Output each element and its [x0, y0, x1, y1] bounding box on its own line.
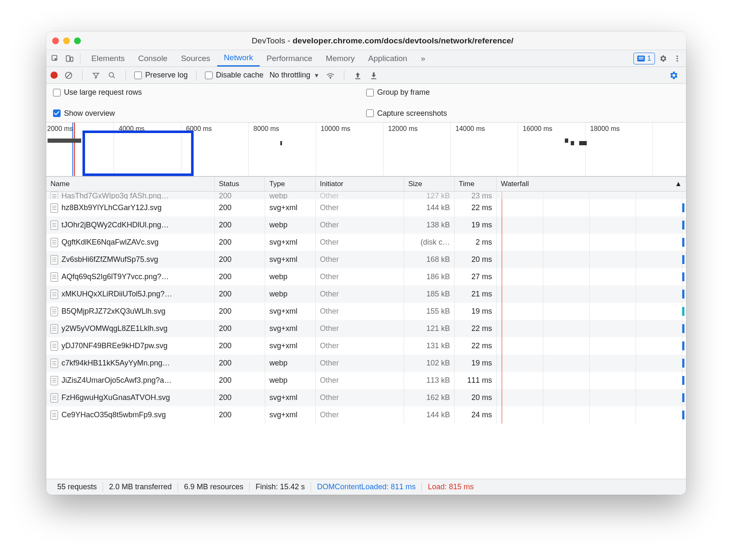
- table-row[interactable]: HasThd7GxWIpo3q fASh.png…200webpOther127…: [46, 192, 686, 199]
- show-overview-label: Show overview: [64, 109, 115, 118]
- maximize-window-button[interactable]: [74, 37, 81, 44]
- table-row[interactable]: tJOhr2jBQWy2CdKHDlUl.png…200webpOther138…: [46, 216, 686, 234]
- traffic-lights: [52, 37, 81, 44]
- table-row[interactable]: Zv6sbHi6fZfZMWufSp75.svg200svg+xmlOther1…: [46, 251, 686, 268]
- kebab-menu-icon[interactable]: [671, 52, 684, 65]
- preserve-log-checkbox[interactable]: Preserve log: [134, 71, 188, 80]
- table-row[interactable]: c7kf94kHB11kK5AyYyMn.png…200webpOther102…: [46, 355, 686, 372]
- request-name: Ce9YHacO35q8t5wbmFp9.svg: [61, 411, 166, 419]
- tab-sources[interactable]: Sources: [174, 50, 217, 67]
- table-row[interactable]: B5QMjpRJZ72xKQ3uWLlh.svg200svg+xmlOther1…: [46, 303, 686, 320]
- request-size: (disk c…: [404, 234, 455, 251]
- col-size[interactable]: Size: [404, 177, 455, 191]
- tab-application[interactable]: Application: [362, 50, 414, 67]
- request-time: 19 ms: [455, 303, 497, 320]
- request-status: 200: [215, 192, 265, 199]
- inspect-element-icon[interactable]: [49, 52, 61, 65]
- request-size: 121 kB: [404, 320, 455, 337]
- request-waterfall: [497, 355, 686, 372]
- tab-elements[interactable]: Elements: [85, 50, 131, 67]
- table-row[interactable]: FzH6gwuHgXuGnasATVOH.svg200svg+xmlOther1…: [46, 389, 686, 406]
- request-waterfall: [497, 337, 686, 355]
- request-status: 200: [215, 234, 265, 251]
- col-time[interactable]: Time: [455, 177, 497, 191]
- status-bar: 55 requests 2.0 MB transferred 6.9 MB re…: [46, 479, 686, 495]
- table-row[interactable]: Ce9YHacO35q8t5wbmFp9.svg200svg+xmlOther1…: [46, 406, 686, 424]
- more-tabs-button[interactable]: »: [414, 50, 432, 67]
- request-time: 22 ms: [455, 337, 497, 355]
- show-overview-checkbox[interactable]: Show overview: [53, 108, 366, 119]
- file-icon: [51, 341, 58, 351]
- request-time: 22 ms: [455, 199, 497, 216]
- chevron-down-icon: ▼: [314, 72, 319, 79]
- table-row[interactable]: AQfq69qS2Ig6lT9Y7vcc.png?…200webpOther18…: [46, 268, 686, 285]
- tab-performance[interactable]: Performance: [260, 50, 319, 67]
- table-row[interactable]: QgftKdlKE6NqaFwlZAVc.svg200svg+xmlOther(…: [46, 234, 686, 251]
- request-time: 21 ms: [455, 285, 497, 303]
- request-name: QgftKdlKE6NqaFwlZAVc.svg: [61, 238, 159, 247]
- request-waterfall: [497, 268, 686, 285]
- overview-timeline[interactable]: 2000 ms 4000 ms 6000 ms 8000 ms 10000 ms…: [46, 123, 686, 176]
- close-window-button[interactable]: [52, 37, 59, 44]
- table-row[interactable]: hz8BXb9YlYLhCGarY12J.svg200svg+xmlOther1…: [46, 199, 686, 216]
- request-status: 200: [215, 303, 265, 320]
- request-time: 22 ms: [455, 320, 497, 337]
- clear-icon[interactable]: [64, 70, 74, 80]
- col-initiator[interactable]: Initiator: [316, 177, 404, 191]
- minimize-window-button[interactable]: [63, 37, 70, 44]
- issues-badge[interactable]: 1: [633, 53, 655, 64]
- table-row[interactable]: yDJ70NF49BREe9kHD7pw.svg200svg+xmlOther1…: [46, 337, 686, 355]
- col-name[interactable]: Name: [46, 177, 215, 191]
- request-type: webp: [265, 285, 316, 303]
- svg-rect-1: [67, 56, 70, 61]
- disable-cache-checkbox[interactable]: Disable cache: [205, 71, 263, 80]
- divider: [196, 70, 197, 80]
- svg-point-13: [330, 77, 331, 78]
- settings-icon[interactable]: [657, 52, 669, 65]
- request-waterfall: [497, 199, 686, 216]
- load-marker: [74, 123, 75, 176]
- file-icon: [51, 238, 58, 247]
- request-initiator: Other: [316, 216, 404, 234]
- request-waterfall: [497, 389, 686, 406]
- request-table-body[interactable]: HasThd7GxWIpo3q fASh.png…200webpOther127…: [46, 192, 686, 479]
- tab-console[interactable]: Console: [131, 50, 174, 67]
- file-icon: [51, 272, 58, 282]
- col-type[interactable]: Type: [265, 177, 316, 191]
- request-initiator: Other: [316, 355, 404, 372]
- table-row[interactable]: y2W5yVOMWqgL8ZE1Lklh.svg200svg+xmlOther1…: [46, 320, 686, 337]
- request-name: HasThd7GxWIpo3q fASh.png…: [61, 192, 169, 199]
- devtools-tabbar: Elements Console Sources Network Perform…: [46, 50, 686, 67]
- download-har-icon[interactable]: [369, 70, 379, 80]
- throttling-select[interactable]: No throttling ▼: [269, 71, 319, 80]
- tab-memory[interactable]: Memory: [319, 50, 362, 67]
- filter-icon[interactable]: [91, 70, 101, 80]
- request-initiator: Other: [316, 389, 404, 406]
- request-type: svg+xml: [265, 303, 316, 320]
- use-large-rows-checkbox[interactable]: Use large request rows: [53, 87, 366, 98]
- request-status: 200: [215, 389, 265, 406]
- table-row[interactable]: xMKUHQxXLiRDiiUTol5J.png?…200webpOther18…: [46, 285, 686, 303]
- col-status[interactable]: Status: [215, 177, 265, 191]
- group-by-frame-checkbox[interactable]: Group by frame: [366, 87, 679, 98]
- svg-line-12: [113, 76, 115, 78]
- upload-har-icon[interactable]: [353, 70, 363, 80]
- request-status: 200: [215, 372, 265, 389]
- table-row[interactable]: JiZisZ4UmarOjo5cAwf3.png?a…200webpOther1…: [46, 372, 686, 389]
- col-waterfall[interactable]: Waterfall▲: [497, 177, 686, 191]
- request-waterfall: [497, 372, 686, 389]
- request-type: svg+xml: [265, 406, 316, 424]
- request-name: yDJ70NF49BREe9kHD7pw.svg: [61, 341, 168, 350]
- capture-screenshots-checkbox[interactable]: Capture screenshots: [366, 108, 679, 119]
- tab-network[interactable]: Network: [217, 50, 260, 67]
- network-conditions-icon[interactable]: [325, 70, 335, 80]
- device-toolbar-icon[interactable]: [63, 52, 76, 65]
- request-status: 200: [215, 285, 265, 303]
- panel-tabs: Elements Console Sources Network Perform…: [85, 50, 432, 67]
- status-transferred: 2.0 MB transferred: [103, 483, 178, 491]
- network-settings-gear-icon[interactable]: [665, 67, 682, 84]
- record-button[interactable]: [51, 72, 58, 79]
- svg-rect-14: [355, 78, 360, 79]
- search-icon[interactable]: [107, 70, 117, 80]
- request-time: 20 ms: [455, 251, 497, 268]
